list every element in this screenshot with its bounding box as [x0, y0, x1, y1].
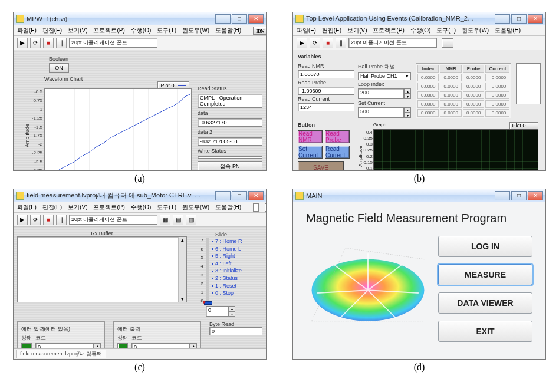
maximize-button[interactable]: □: [232, 191, 247, 200]
run-cont-button[interactable]: ⟳: [310, 38, 320, 48]
read-probe-button[interactable]: Read Probe: [325, 130, 350, 143]
menu-item[interactable]: 편집(E): [42, 27, 62, 35]
footer-button[interactable]: 접속 PN: [198, 161, 262, 170]
menu-item[interactable]: 도움말(H): [215, 203, 241, 212]
scrollbar[interactable]: ▴▾: [178, 237, 186, 302]
read-nmr-label: Read NMR: [298, 63, 354, 69]
pause-button[interactable]: ∥: [336, 38, 346, 48]
vi-sub-icon[interactable]: 사용메모: [265, 203, 266, 212]
status-led-icon: [117, 343, 128, 348]
stop-button[interactable]: ■: [43, 38, 54, 48]
menubar-a[interactable]: 파일(F) 편집(E) 보기(V) 프로젝트(P) 수행(O) 도구(T) 윈도…: [14, 25, 266, 36]
menu-item[interactable]: 수행(O): [131, 203, 151, 212]
menu-item[interactable]: 보기(V): [68, 203, 87, 212]
menu-item[interactable]: 도움말(H): [495, 27, 521, 35]
plot-legend-b[interactable]: Plot 0: [509, 122, 538, 129]
run-button[interactable]: ▶: [297, 38, 307, 48]
measure-button[interactable]: MEASURE: [438, 264, 532, 285]
exit-button[interactable]: EXIT: [438, 321, 532, 342]
loop-index-stepper[interactable]: 200▴▾: [358, 88, 411, 99]
menu-item[interactable]: 프로젝트(P): [93, 203, 124, 212]
menu-item[interactable]: 보기(V): [68, 27, 87, 35]
menu-item[interactable]: 도구(T): [157, 27, 176, 35]
hall-probe-select[interactable]: Hall Probe CH1▾: [358, 72, 411, 80]
panel-b: Top Level Application Using Events (Cali…: [291, 12, 547, 184]
login-button[interactable]: LOG IN: [438, 236, 532, 257]
statusbar: field measurement.lvproj/내 컴퓨터: [14, 348, 266, 359]
save-button[interactable]: SAVE: [298, 161, 344, 170]
read-current-button[interactable]: Read Current: [325, 146, 350, 159]
menu-item[interactable]: 프로젝트(P): [373, 27, 404, 35]
run-cont-button[interactable]: ⟳: [30, 38, 41, 48]
data-viewer-button[interactable]: DATA VIEWER: [438, 292, 532, 314]
vi-icon[interactable]: [253, 203, 259, 212]
maximize-button[interactable]: □: [511, 14, 527, 24]
menu-item[interactable]: 파일(F): [17, 203, 37, 212]
caption-c: (c): [134, 362, 145, 373]
rx-buffer[interactable]: ▴▾: [17, 236, 187, 302]
vi-icon[interactable]: [442, 38, 453, 48]
menubar-c[interactable]: 파일(F) 편집(E) 보기(V) 프로젝트(P) 수행(O) 도구(T) 윈도…: [14, 202, 266, 213]
run-button[interactable]: ▶: [17, 38, 28, 48]
close-button[interactable]: ✕: [528, 191, 543, 200]
read-nmr-button[interactable]: Read NMR: [298, 130, 323, 143]
run-cont-button[interactable]: ⟳: [30, 215, 41, 225]
minimize-button[interactable]: —: [215, 14, 231, 24]
menu-item[interactable]: 파일(F): [17, 27, 37, 35]
slider[interactable]: ▸: [206, 238, 209, 304]
waveform-chart[interactable]: -0.5-0.75-1-1.25-1.5-1.75-2-2.25-2.5-2.7…: [44, 88, 192, 170]
vi-icon[interactable]: IÐN: [253, 27, 266, 35]
close-button[interactable]: ✕: [528, 14, 543, 24]
set-current-button[interactable]: Set Current: [298, 146, 323, 159]
slide-value-stepper[interactable]: 0▴▾: [206, 306, 235, 317]
stop-button[interactable]: ■: [323, 38, 333, 48]
client-c: Rx Buffer ▴▾ Slide 76543210 ▸: [14, 227, 266, 348]
menu-item[interactable]: 윈도우(W): [182, 203, 209, 212]
error-in-cluster: 에러 입력(에러 없음) 상태 코드 0▴▾: [17, 321, 105, 348]
menu-item[interactable]: 프로젝트(P): [93, 27, 124, 35]
font-selector[interactable]: 20pt 어플리케이션 폰트: [69, 38, 157, 48]
menu-item[interactable]: 수행(O): [410, 27, 430, 35]
distribute-button[interactable]: ▤: [173, 215, 183, 225]
menu-item[interactable]: 편집(E): [322, 27, 341, 35]
menu-item[interactable]: 윈도우(W): [182, 27, 209, 35]
run-button[interactable]: ▶: [17, 215, 28, 225]
order-button[interactable]: ▥: [186, 215, 196, 225]
menu-item[interactable]: 도구(T): [157, 203, 176, 212]
font-selector[interactable]: 20pt 어플리케이션 폰트: [348, 38, 437, 48]
titlebar-a[interactable]: MPW_1(ch.vi) — □ ✕: [14, 12, 266, 25]
write-status-field: CMPL - Operation: [198, 156, 262, 159]
menu-item[interactable]: 도구(T): [436, 27, 456, 35]
slide-ticks: 76543210: [198, 238, 203, 304]
close-button[interactable]: ✕: [248, 191, 264, 200]
close-button[interactable]: ✕: [248, 14, 264, 24]
graph[interactable]: 0.40.350.30.250.20.150.10.050 Amplitude …: [373, 129, 538, 170]
set-current-stepper[interactable]: 500▴▾: [358, 107, 411, 118]
minimize-button[interactable]: —: [495, 191, 510, 200]
menu-item[interactable]: 도움말(H): [215, 27, 241, 35]
menubar-b[interactable]: 파일(F) 편집(E) 보기(V) 프로젝트(P) 수행(O) 도구(T) 윈도…: [293, 25, 545, 36]
menu-item[interactable]: 편집(E): [42, 203, 62, 212]
status-led-icon: [21, 343, 32, 348]
boolean-switch[interactable]: ON: [49, 63, 69, 73]
menu-item[interactable]: 수행(O): [131, 27, 151, 35]
code-stepper[interactable]: 0▴▾: [35, 343, 101, 348]
menu-item[interactable]: 파일(F): [297, 27, 316, 35]
minimize-button[interactable]: —: [215, 191, 231, 200]
menu-item[interactable]: 보기(V): [347, 27, 367, 35]
titlebar-d[interactable]: MAIN — □ ✕: [293, 189, 545, 202]
stop-button[interactable]: ■: [43, 215, 54, 225]
titlebar-c[interactable]: field measurement.lvproj/내 컴퓨터 에 sub_Mot…: [14, 189, 266, 202]
maximize-button[interactable]: □: [232, 14, 247, 24]
align-button[interactable]: ▦: [160, 215, 170, 225]
slide-label: Slide: [198, 232, 262, 238]
code-stepper[interactable]: 0▴▾: [131, 343, 197, 348]
table-row: 0.00000.00000.00000.0000: [417, 83, 509, 90]
maximize-button[interactable]: □: [511, 191, 527, 200]
pause-button[interactable]: ∥: [56, 38, 67, 48]
font-selector[interactable]: 20pt 어플리케이션 폰트: [69, 215, 157, 225]
pause-button[interactable]: ∥: [56, 215, 67, 225]
minimize-button[interactable]: —: [495, 14, 510, 24]
titlebar-b[interactable]: Top Level Application Using Events (Cali…: [293, 12, 545, 25]
menu-item[interactable]: 윈도우(W): [462, 27, 489, 35]
